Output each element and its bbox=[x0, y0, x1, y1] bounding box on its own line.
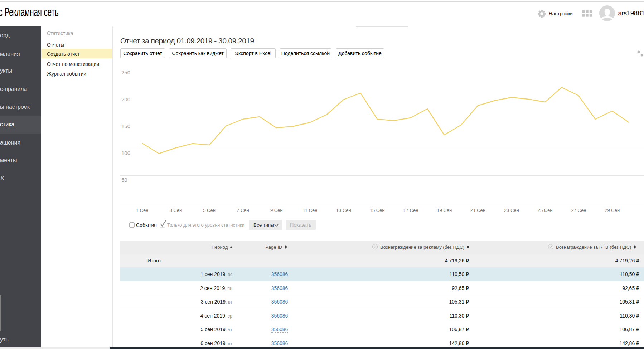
svg-text:100: 100 bbox=[121, 150, 130, 156]
svg-text:17 Сен: 17 Сен bbox=[403, 208, 418, 213]
svg-text:9 Сен: 9 Сен bbox=[270, 208, 283, 213]
svg-text:5 Сен: 5 Сен bbox=[203, 208, 216, 213]
svg-text:200: 200 bbox=[121, 96, 130, 102]
svg-text:23 Сен: 23 Сен bbox=[504, 208, 519, 213]
svg-text:7 Сен: 7 Сен bbox=[237, 208, 249, 213]
svg-text:21 Сен: 21 Сен bbox=[470, 208, 485, 213]
svg-text:25 Сен: 25 Сен bbox=[538, 208, 553, 213]
svg-text:19 Сен: 19 Сен bbox=[437, 208, 452, 213]
svg-text:11 Сен: 11 Сен bbox=[303, 208, 318, 213]
svg-text:50: 50 bbox=[121, 177, 127, 183]
svg-text:150: 150 bbox=[121, 123, 130, 129]
svg-text:15 Сен: 15 Сен bbox=[370, 208, 385, 213]
svg-text:13 Сен: 13 Сен bbox=[336, 208, 351, 213]
svg-text:29 Сен: 29 Сен bbox=[605, 208, 620, 213]
svg-text:27 Сен: 27 Сен bbox=[571, 208, 586, 213]
svg-text:250: 250 bbox=[121, 69, 130, 76]
svg-text:3 Сен: 3 Сен bbox=[169, 208, 182, 213]
svg-text:1 Сен: 1 Сен bbox=[136, 208, 149, 213]
